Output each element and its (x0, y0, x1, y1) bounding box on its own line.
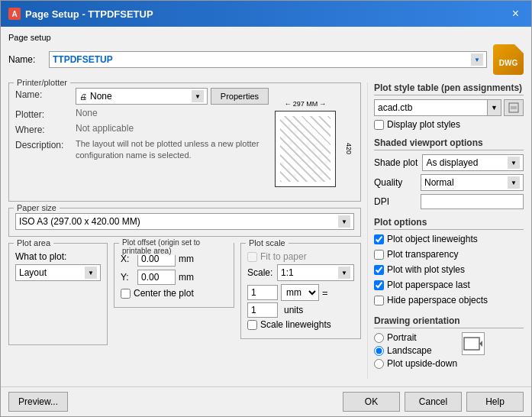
printer-plotter-title: Printer/plotter (14, 78, 70, 87)
shade-plot-arrow[interactable]: ▼ (508, 157, 520, 169)
quality-combo[interactable]: Normal ▼ (421, 174, 524, 191)
plot-offset-title: Plot offset (origin set to printable are… (119, 238, 234, 255)
paper-size-arrow[interactable]: ▼ (338, 215, 350, 228)
center-plot-checkbox[interactable] (121, 289, 131, 299)
plot-with-styles-row: Plot with plot styles (374, 264, 524, 275)
hide-paperspace-checkbox[interactable] (374, 296, 384, 305)
right-arrow: → (319, 100, 326, 108)
pp-name-value: None (90, 91, 112, 102)
display-plot-styles-label[interactable]: Display plot styles (387, 119, 460, 130)
preview-button[interactable]: Preview... (8, 392, 68, 412)
paper-size-value: ISO A3 (297.00 x 420.00 MM) (19, 216, 140, 227)
upside-down-label[interactable]: Plot upside-down (387, 358, 457, 369)
pp-name-row: Name: 🖨 None ▼ Prope (15, 88, 269, 105)
paper-size-title: Paper size (14, 203, 60, 212)
plot-style-title: Plot style table (pen assignments) (374, 82, 524, 95)
what-to-plot-label: What to plot: (15, 251, 101, 262)
plot-style-combo[interactable]: acad.ctb ▼ (374, 99, 501, 116)
name-row: Name: TTPDFSETUP ▼ DWG (8, 44, 524, 75)
printer-plotter-group: Printer/plotter Name: 🖨 None (8, 82, 361, 202)
plot-transparency-label[interactable]: Plot transparency (387, 249, 458, 260)
pp-desc-value: The layout will not be plotted unless a … (76, 138, 269, 162)
svg-rect-4 (464, 338, 479, 350)
landscape-row: Landscape (374, 345, 457, 356)
plot-transparency-checkbox[interactable] (374, 250, 384, 260)
quality-row: Quality Normal ▼ (374, 174, 524, 191)
pp-desc-row: Description: The layout will not be plot… (15, 138, 269, 162)
scale-combo[interactable]: 1:1 ▼ (277, 264, 354, 281)
shade-plot-label: Shade plot (374, 157, 418, 168)
portrait-label[interactable]: Portrait (387, 332, 417, 343)
footer: Preview... OK Cancel Help (1, 386, 531, 416)
center-plot-label[interactable]: Center the plot (134, 288, 194, 299)
close-button[interactable]: × (508, 5, 524, 22)
display-plot-styles-checkbox[interactable] (374, 120, 384, 130)
scale-value: 1:1 (281, 267, 294, 278)
properties-button[interactable]: Properties (211, 88, 269, 105)
pp-name-combo[interactable]: 🖨 None ▼ (76, 88, 208, 105)
dialog-body: Page setup Name: TTPDFSETUP ▼ DWG (1, 27, 531, 386)
what-to-plot-value: Layout (19, 267, 47, 278)
name-combo: TTPDFSETUP ▼ (49, 51, 487, 68)
pp-plotter-label: Plotter: (15, 108, 73, 120)
plot-paperspace-last-label[interactable]: Plot paperspace last (387, 280, 470, 290)
plot-obj-lineweights-checkbox[interactable] (374, 234, 384, 244)
name-value: TTPDFSETUP (53, 54, 113, 65)
scale-lineweights-checkbox[interactable] (247, 320, 257, 330)
offset-x-label: X: (121, 254, 134, 264)
what-to-plot-combo[interactable]: Layout ▼ (15, 264, 101, 281)
bottom-area: Plot area What to plot: Layout ▼ Plot of… (8, 243, 361, 345)
pp-fields: Name: 🖨 None ▼ Prope (15, 88, 269, 165)
dpi-input[interactable] (421, 194, 524, 209)
fit-to-paper-checkbox[interactable] (247, 252, 257, 262)
pp-name-arrow[interactable]: ▼ (192, 90, 204, 102)
portrait-row: Portrait (374, 332, 457, 343)
scale-row: Scale: 1:1 ▼ (247, 264, 354, 281)
plot-area-title: Plot area (14, 238, 53, 247)
plot-offset-group: Plot offset (origin set to printable are… (114, 243, 234, 308)
plot-style-section: Plot style table (pen assignments) acad.… (374, 82, 524, 130)
shade-plot-combo[interactable]: As displayed ▼ (422, 154, 524, 171)
units-label: units (284, 305, 303, 315)
landscape-icon (463, 333, 484, 354)
mm-unit-select[interactable]: mm (281, 284, 319, 301)
edit-icon (508, 102, 519, 113)
cancel-button[interactable]: Cancel (405, 392, 462, 412)
plot-offset-section: Plot offset (origin set to printable are… (114, 243, 234, 345)
units-row: units (247, 302, 354, 318)
scale-arrow[interactable]: ▼ (338, 267, 350, 279)
scale-lineweights-label[interactable]: Scale lineweights (260, 319, 331, 330)
display-plot-styles-row: Display plot styles (374, 119, 524, 130)
plot-with-styles-label[interactable]: Plot with plot styles (387, 264, 465, 275)
portrait-radio[interactable] (374, 333, 384, 343)
plot-style-edit-button[interactable] (504, 99, 524, 116)
name-dropdown-arrow[interactable]: ▼ (471, 53, 483, 66)
plot-options-checkboxes: Plot object lineweights Plot transparenc… (374, 234, 524, 308)
what-to-plot-arrow[interactable]: ▼ (85, 267, 97, 279)
offset-y-input[interactable]: 0.00 (137, 270, 176, 285)
paper-dim-right: 420 (345, 111, 353, 187)
pp-name-combo-wrap: 🖨 None ▼ Properties (76, 88, 269, 105)
plot-style-arrow[interactable]: ▼ (487, 100, 501, 115)
mm-value-input[interactable] (247, 285, 278, 300)
quality-arrow[interactable]: ▼ (508, 176, 520, 189)
units-value-input[interactable] (247, 302, 278, 318)
paper-size-combo[interactable]: ISO A3 (297.00 x 420.00 MM) ▼ (15, 213, 354, 230)
name-field[interactable]: TTPDFSETUP ▼ (49, 51, 487, 68)
paper-dim-top-row: ← 297 MM → (275, 100, 336, 108)
landscape-radio[interactable] (374, 346, 384, 356)
ok-button[interactable]: OK (343, 392, 400, 412)
hide-paperspace-label[interactable]: Hide paperspace objects (387, 295, 488, 305)
paper-width: 297 MM (293, 100, 318, 108)
upside-down-radio[interactable] (374, 359, 384, 369)
dpi-label: DPI (374, 196, 416, 207)
title-bar-left: A Page Setup - TTPDFSETUP (8, 8, 153, 20)
plot-options-title: Plot options (374, 217, 524, 230)
landscape-label[interactable]: Landscape (387, 345, 432, 356)
plot-obj-lineweights-label[interactable]: Plot object lineweights (387, 234, 478, 244)
paper-size-group: Paper size ISO A3 (297.00 x 420.00 MM) ▼ (8, 208, 361, 237)
plot-scale-group: Plot scale Fit to paper Scale: 1:1 ▼ (240, 243, 361, 339)
plot-paperspace-last-checkbox[interactable] (374, 280, 384, 290)
help-button[interactable]: Help (466, 392, 524, 412)
plot-with-styles-checkbox[interactable] (374, 265, 384, 275)
